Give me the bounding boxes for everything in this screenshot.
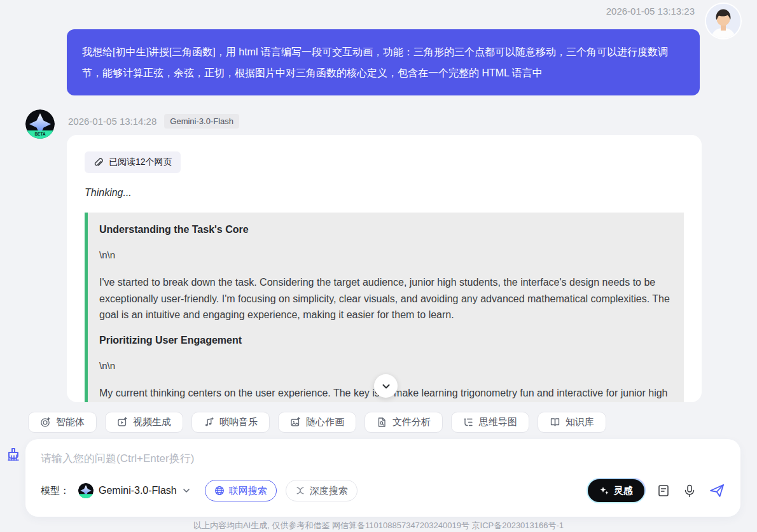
chevron-down-icon <box>381 381 391 391</box>
read-pages-chip[interactable]: 已阅读12个网页 <box>85 151 181 173</box>
gemini-logo-icon <box>78 483 94 498</box>
quick-tools-toolbar: 智能体 视频生成 唢呐音乐 <box>28 412 606 433</box>
tool-music-button[interactable]: 唢呐音乐 <box>191 412 270 433</box>
ai-disclaimer-footer: 以上内容均由AI生成, 仅供参考和借鉴 网信算备1101088573472032… <box>0 520 757 531</box>
web-search-label: 联网搜索 <box>229 485 267 497</box>
image-icon <box>290 417 301 428</box>
model-label: 模型： <box>41 485 69 497</box>
user-message-text: 我想给[初中生]讲授[三角函数]，用 html 语言编写一段可交互动画，功能：三… <box>82 46 668 78</box>
composer-actions: 灵感 <box>588 479 725 502</box>
inspiration-button[interactable]: 灵感 <box>588 479 644 502</box>
thinking-heading: Prioritizing User Engagement <box>99 335 670 346</box>
svg-text:BETA: BETA <box>34 132 46 136</box>
tool-label: 智能体 <box>56 416 85 428</box>
voice-input-button[interactable] <box>683 484 697 498</box>
tool-knowledge-base-button[interactable]: 知识库 <box>538 412 606 433</box>
tool-label: 视频生成 <box>133 416 171 428</box>
scroll-to-bottom-button[interactable] <box>374 374 398 398</box>
escape-sequence-text: \n\n <box>99 360 670 371</box>
read-pages-label: 已阅读12个网页 <box>109 157 172 168</box>
globe-icon <box>214 486 225 496</box>
tool-label: 随心作画 <box>306 416 344 428</box>
model-selector[interactable]: Gemini-3.0-Flash <box>78 483 191 498</box>
assistant-avatar: BETA <box>25 109 55 139</box>
message-input[interactable] <box>41 452 725 465</box>
thinking-heading: Understanding the Task's Core <box>99 224 670 235</box>
assistant-response-card: 已阅读12个网页 Thinking... Understanding the T… <box>67 135 702 402</box>
tool-file-analysis-button[interactable]: 文件分析 <box>365 412 443 433</box>
microphone-icon <box>683 484 697 498</box>
deep-search-label: 深度搜索 <box>310 485 348 497</box>
user-message-bubble: 我想给[初中生]讲授[三角函数]，用 html 语言编写一段可交互动画，功能：三… <box>67 29 700 95</box>
web-search-toggle[interactable]: 联网搜索 <box>205 480 277 501</box>
book-icon <box>550 417 560 428</box>
thinking-status: Thinking... <box>85 187 684 199</box>
tool-draw-button[interactable]: 随心作画 <box>278 412 356 433</box>
person-avatar-icon <box>706 4 740 38</box>
clear-context-button[interactable] <box>5 447 22 463</box>
tool-mindmap-button[interactable]: 思维导图 <box>451 412 529 433</box>
user-avatar[interactable] <box>706 4 740 38</box>
conversation-timestamp: 2026-01-05 13:13:23 <box>606 6 695 17</box>
send-icon <box>709 482 725 499</box>
assistant-meta-row: 2026-01-05 13:14:28 Gemini-3.0-Flash <box>68 114 239 129</box>
broom-icon <box>5 447 22 463</box>
deep-search-toggle[interactable]: 深度搜索 <box>286 480 358 501</box>
selected-model-name: Gemini-3.0-Flash <box>99 485 177 496</box>
escape-sequence-text: \n\n <box>99 249 670 260</box>
composer-controls-row: 模型： Gemini-3.0-Flash <box>41 479 725 502</box>
tool-agent-button[interactable]: 智能体 <box>28 412 97 433</box>
inspiration-label: 灵感 <box>614 485 633 497</box>
mindmap-icon <box>463 417 474 428</box>
model-badge: Gemini-3.0-Flash <box>164 114 239 129</box>
deep-search-icon <box>295 486 305 496</box>
assistant-timestamp: 2026-01-05 13:14:28 <box>68 116 156 127</box>
thinking-paragraph: I've started to break down the task. Con… <box>99 274 670 323</box>
tool-video-button[interactable]: 视频生成 <box>105 412 183 433</box>
paperclip-icon <box>93 157 103 167</box>
document-icon <box>656 484 670 498</box>
tool-label: 唢呐音乐 <box>219 416 258 428</box>
music-icon <box>204 417 214 428</box>
sparkles-icon <box>599 486 609 496</box>
tool-label: 文件分析 <box>392 416 431 428</box>
send-button[interactable] <box>709 482 725 499</box>
prompt-notes-button[interactable] <box>656 484 670 498</box>
chevron-down-icon <box>182 486 191 495</box>
gemini-logo-icon: BETA <box>25 109 55 139</box>
file-search-icon <box>377 417 387 428</box>
agent-icon <box>40 417 51 428</box>
tool-label: 思维导图 <box>479 416 517 428</box>
message-composer: 模型： Gemini-3.0-Flash <box>25 439 740 517</box>
video-icon <box>117 417 128 428</box>
tool-label: 知识库 <box>566 416 594 428</box>
